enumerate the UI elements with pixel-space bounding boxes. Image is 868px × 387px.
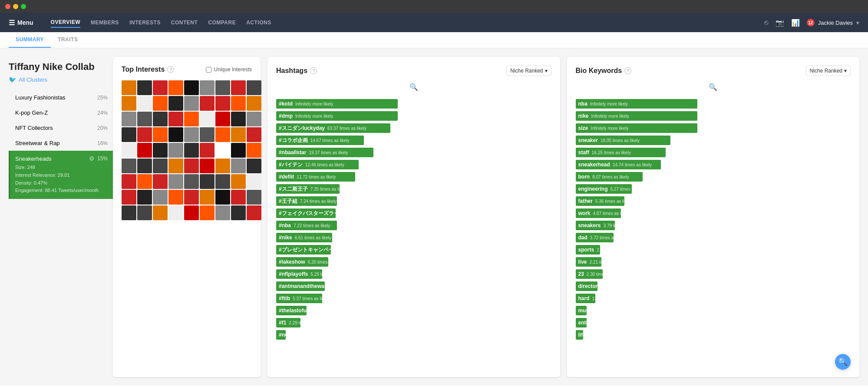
unique-interests-input[interactable] <box>206 67 211 73</box>
floating-search-button[interactable]: 🔍 <box>835 354 851 370</box>
camera-icon[interactable]: 📷 <box>776 19 784 27</box>
interest-cell <box>168 127 183 142</box>
close-button[interactable] <box>5 4 10 9</box>
interest-cell <box>200 190 215 205</box>
bar-content: hard 1.66 times as likely <box>576 295 632 301</box>
bio-likelihood: 1.66 times as likely <box>592 296 629 301</box>
minimize-button[interactable] <box>13 4 18 9</box>
interest-cell <box>168 112 183 126</box>
hashtags-help-icon[interactable]: ? <box>310 67 317 74</box>
cluster-name: Luxury Fashionistas <box>15 94 66 101</box>
chart-icon[interactable]: 📊 <box>791 19 800 27</box>
hashtags-bar-list: #kotd Infinitely more likely #dmp Infini… <box>276 99 551 341</box>
hashtag-bar-row: #nbaallstar 19.37 times as likely <box>276 148 551 157</box>
interest-cell <box>215 80 230 95</box>
bar-content: #nbaallstar 19.37 times as likely <box>276 149 350 155</box>
cluster-item-kpop[interactable]: K-pop Gen-Z 24% <box>9 105 113 120</box>
interest-cell <box>200 205 215 220</box>
hashtag-bar-row: #lakeshow 6.20 times as likely <box>276 257 551 267</box>
bar-content: #nba 7.22 times as likely <box>276 222 333 228</box>
tab-summary[interactable]: SUMMARY <box>9 32 51 48</box>
hashtags-dropdown[interactable]: Niche Ranked ▾ <box>506 66 551 76</box>
cluster-pct: 20% <box>97 125 108 131</box>
unique-interests-checkbox[interactable]: Unique Interests <box>206 66 252 73</box>
cluster-selector[interactable]: 🐦 All Clusters <box>9 76 113 83</box>
interest-cell <box>137 127 152 142</box>
hashtag-label: #nba <box>279 222 291 228</box>
bio-keyword-label: director <box>578 283 598 289</box>
interest-cell <box>184 127 199 142</box>
interest-cell <box>215 190 230 205</box>
interest-cell <box>200 174 215 189</box>
interest-cell <box>231 159 246 173</box>
notification-badge: 12 <box>807 19 815 26</box>
cluster-name: K-pop Gen-Z <box>15 109 48 116</box>
interest-cell <box>200 159 215 173</box>
bio-likelihood: Infinitely more likely <box>590 102 628 106</box>
bio-likelihood: 2.21 times as likely <box>590 260 626 265</box>
hashtags-search-icon[interactable]: 🔍 <box>409 83 418 91</box>
nav-content[interactable]: CONTENT <box>171 18 198 27</box>
nav-overview[interactable]: OVERVIEW <box>51 17 80 28</box>
bio-bar-row: director 1.89 times as likely <box>576 281 851 291</box>
bio-bar-row: live 2.21 times as likely <box>576 257 851 267</box>
bio-search-row: 🔍 <box>576 83 851 95</box>
interest-cell <box>168 80 183 95</box>
bio-bar-row: size Infinitely more likely <box>576 123 851 133</box>
bar-content: #王子組 7.24 times as likely <box>276 198 339 205</box>
cluster-item-streetwear[interactable]: Streetwear & Rap 16% <box>9 136 113 151</box>
hashtag-likelihood: Infinitely more likely <box>295 102 333 106</box>
cluster-item-sneakerheads[interactable]: Sneakerheads ⚙ 15% Size: 248 Interest Re… <box>9 151 113 198</box>
nav-members[interactable]: MEMBERS <box>91 18 119 27</box>
interest-cell <box>184 159 199 173</box>
bio-keyword-label: live <box>578 259 587 265</box>
bio-help-icon[interactable]: ? <box>624 67 631 74</box>
nav-compare[interactable]: COMPARE <box>208 18 236 27</box>
bio-search-icon[interactable]: 🔍 <box>709 83 717 91</box>
hashtags-panel: Hashtags ? Niche Ranked ▾ 🔍 #kotd <box>267 57 560 377</box>
interest-cell <box>215 96 230 111</box>
bio-dropdown[interactable]: Niche Ranked ▾ <box>806 66 851 76</box>
interest-cell <box>215 112 230 126</box>
hashtag-likelihood: 14.67 times as likely <box>310 138 350 143</box>
menu-button[interactable]: ☰ Menu <box>9 19 33 27</box>
user-dropdown-icon[interactable]: ▾ <box>856 20 859 26</box>
hashtag-likelihood: 0.63 times as likely <box>318 333 354 337</box>
nav-actions[interactable]: ACTIONS <box>246 18 271 27</box>
hashtag-bar-row: #thelastofus 2.66 times as likely <box>276 306 551 315</box>
interest-cell <box>168 159 183 173</box>
bio-bar-list: nba Infinitely more likely nike Infinite… <box>576 99 851 341</box>
interest-cell <box>247 96 261 111</box>
interest-cell <box>200 80 215 95</box>
share-icon[interactable]: ⎋ <box>764 19 769 26</box>
bar-content: enthusiast 0.87 times as likely <box>576 320 647 326</box>
bio-bar-row: sneaker 18.05 times as likely <box>576 136 851 145</box>
bio-keyword-label: sneakerhead <box>578 162 610 168</box>
cluster-item-nft[interactable]: NFT Collectors 20% <box>9 120 113 136</box>
settings-icon[interactable]: ⚙ <box>89 155 95 162</box>
nav-interests[interactable]: INTERESTS <box>129 18 161 27</box>
tab-traits[interactable]: TRAITS <box>51 32 85 48</box>
cluster-item-luxury[interactable]: Luxury Fashionistas 25% <box>9 90 113 105</box>
user-name[interactable]: Jackie Davies <box>818 20 853 26</box>
cluster-name: Streetwear & Rap <box>15 140 60 146</box>
maximize-button[interactable] <box>21 4 26 9</box>
interest-cell <box>247 80 261 95</box>
hashtag-bar-row: #kotd Infinitely more likely <box>276 99 551 109</box>
cluster-pct: 24% <box>97 110 108 116</box>
interest-cell <box>231 143 246 158</box>
bio-bar-row: staff 16.25 times as likely <box>576 148 851 157</box>
bio-likelihood: 3.72 times as likely <box>590 235 627 240</box>
interest-cell <box>137 190 152 205</box>
interests-help-icon[interactable]: ? <box>167 66 174 73</box>
bio-keyword-label: engineering <box>578 186 608 192</box>
hashtag-label: #nbaallstar <box>279 149 306 155</box>
bio-bar-row: born 8.07 times as likely <box>576 172 851 182</box>
hashtag-likelihood: 7.13 times as likely <box>352 211 389 216</box>
interest-cell <box>168 205 183 220</box>
bar-content: 23 2.30 times as likely <box>576 271 626 277</box>
bio-panel-header: Bio Keywords ? Niche Ranked ▾ <box>576 66 851 76</box>
hashtag-likelihood: 7.24 times as likely <box>300 199 337 204</box>
bio-bar-row: dad 3.72 times as likely <box>576 233 851 242</box>
interest-cell <box>122 159 136 173</box>
